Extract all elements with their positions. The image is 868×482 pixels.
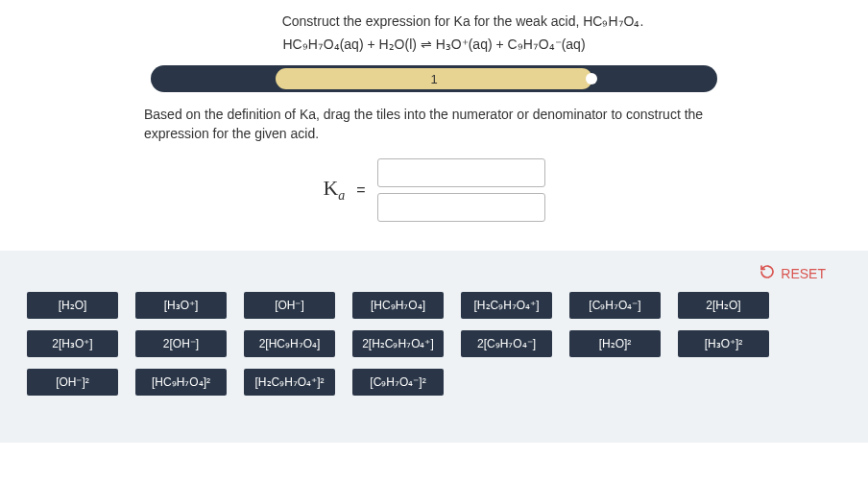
tile-2oh[interactable]: 2[OH⁻] bbox=[135, 330, 227, 357]
tile-2h2o[interactable]: 2[H₂O] bbox=[678, 292, 769, 319]
tile-oh-sq[interactable]: [OH⁻]² bbox=[27, 369, 118, 396]
tile-hc9h7o4-sq[interactable]: [HC₉H₇O₄]² bbox=[135, 369, 227, 396]
tile-bank: RESET [H₂O] [H₃O⁺] [OH⁻] [HC₉H₇O₄] [H₂C₉… bbox=[0, 251, 868, 443]
tile-h2o-sq[interactable]: [H₂O]² bbox=[569, 330, 661, 357]
prompt-title: Construct the expression for Ka for the … bbox=[29, 13, 839, 29]
tile-2h2c9h7o4[interactable]: 2[H₂C₉H₇O₄⁺] bbox=[352, 330, 444, 357]
tile-2h3o[interactable]: 2[H₃O⁺] bbox=[27, 330, 118, 357]
expression-row: Ka = bbox=[29, 158, 839, 222]
chemical-equation: HC₉H₇O₄(aq) + H₂O(l) ⇌ H₃O⁺(aq) + C₉H₇O₄… bbox=[29, 36, 839, 52]
tile-2c9h7o4[interactable]: 2[C₉H₇O₄⁻] bbox=[461, 330, 552, 357]
ka-symbol: Ka bbox=[323, 176, 345, 204]
fraction-container bbox=[377, 158, 545, 222]
tile-hc9h7o4[interactable]: [HC₉H₇O₄] bbox=[352, 292, 444, 319]
tile-c9h7o4[interactable]: [C₉H₇O₄⁻] bbox=[569, 292, 661, 319]
instructions-text: Based on the definition of Ka, drag the … bbox=[144, 106, 724, 143]
tile-c9h7o4-sq[interactable]: [C₉H₇O₄⁻]² bbox=[352, 369, 444, 396]
progress-bar-container: 1 bbox=[29, 65, 839, 92]
reset-icon bbox=[760, 264, 775, 282]
tile-h3o[interactable]: [H₃O⁺] bbox=[135, 292, 227, 319]
reset-button[interactable]: RESET bbox=[760, 264, 841, 282]
progress-track[interactable]: 1 bbox=[151, 65, 717, 92]
tile-2hc9h7o4[interactable]: 2[HC₉H₇O₄] bbox=[244, 330, 335, 357]
progress-fill: 1 bbox=[276, 68, 592, 89]
reset-label: RESET bbox=[781, 266, 826, 281]
progress-knob[interactable] bbox=[586, 73, 597, 84]
numerator-dropzone[interactable] bbox=[377, 158, 545, 187]
tile-h3o-sq[interactable]: [H₃O⁺]² bbox=[678, 330, 769, 357]
tiles-container: [H₂O] [H₃O⁺] [OH⁻] [HC₉H₇O₄] [H₂C₉H₇O₄⁺]… bbox=[27, 292, 841, 396]
equals-sign: = bbox=[356, 181, 365, 199]
tile-h2c9h7o4-sq[interactable]: [H₂C₉H₇O₄⁺]² bbox=[244, 369, 335, 396]
denominator-dropzone[interactable] bbox=[377, 193, 545, 222]
tile-oh[interactable]: [OH⁻] bbox=[244, 292, 335, 319]
progress-label: 1 bbox=[430, 72, 437, 86]
tile-h2c9h7o4[interactable]: [H₂C₉H₇O₄⁺] bbox=[461, 292, 552, 319]
tile-h2o[interactable]: [H₂O] bbox=[27, 292, 118, 319]
